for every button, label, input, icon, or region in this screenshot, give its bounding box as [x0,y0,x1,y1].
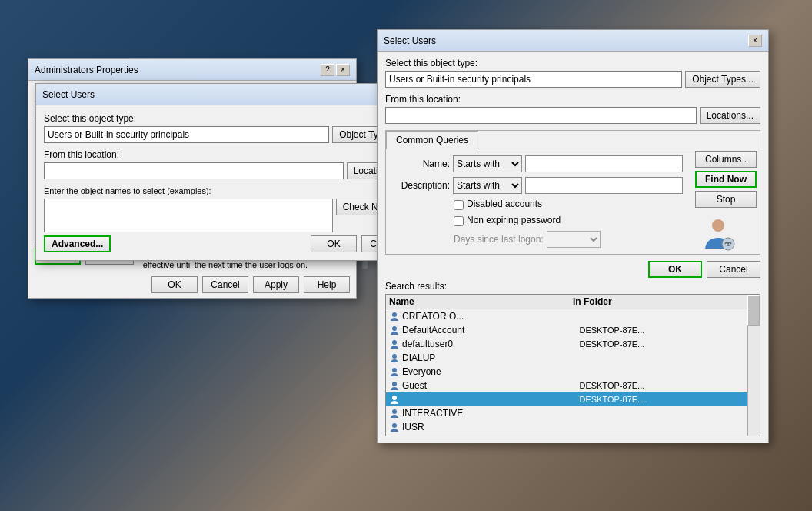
days-since-label: Days since last logon: [454,234,544,245]
select-users-large-titlebar-buttons: × [748,35,762,47]
select-users-small-title: Select Users [42,89,95,100]
description-query-label: Description: [392,180,450,191]
person-icon [699,216,737,255]
search-results-label: Search results: [385,281,760,292]
table-row[interactable]: CREATOR O... [386,309,760,323]
large-object-type-input[interactable] [385,71,682,88]
small-from-location-input[interactable] [44,162,344,179]
result-name: CREATOR O... [402,311,580,322]
user-icon [389,436,400,436]
table-row[interactable]: GuestDESKTOP-87E... [386,379,760,392]
small-bottom-row: Advanced... OK Cancel [44,235,408,252]
disabled-accounts-label: Disabled accounts [467,199,542,209]
user-icon [389,325,400,336]
svg-point-0 [712,219,724,232]
small-from-location-label: From this location: [44,149,408,160]
select-users-large-close-btn[interactable]: × [748,35,762,47]
small-object-type-row: Object Types... [44,126,408,143]
disabled-accounts-checkbox[interactable] [454,200,464,210]
svg-point-7 [392,382,397,386]
common-queries-tab[interactable]: Common Queries [386,131,478,149]
large-ok-cancel-row: OK Cancel [385,261,760,278]
user-icon [389,366,400,377]
table-row[interactable]: DefaultAccountDESKTOP-87E... [386,323,760,337]
svg-point-4 [392,340,397,345]
non-expiring-label: Non expiring password [467,215,561,225]
admins-apply-btn[interactable]: Apply [253,276,299,293]
table-row[interactable]: Everyone [386,365,760,379]
table-row[interactable]: Local account [386,434,760,436]
result-name: Guest [402,380,580,391]
large-ok-btn[interactable]: OK [648,261,702,278]
description-query-row: Description: Starts with Is exactly Ends… [392,177,683,194]
result-name: defaultuser0 [402,339,580,349]
large-from-location-row: Locations... [385,107,760,124]
days-since-dropdown[interactable] [547,231,601,248]
result-name: DIALUP [402,352,580,363]
name-condition-wrapper: Starts with Is exactly Ends with [453,155,522,172]
large-locations-btn[interactable]: Locations... [700,107,760,124]
select-users-large-content: Select this object type: Object Types...… [378,52,768,443]
results-list: CREATOR O...DefaultAccountDESKTOP-87E...… [386,309,760,436]
table-row[interactable]: DESKTOP-87E.... [386,392,760,406]
admins-help-btn2[interactable]: Help [304,276,350,293]
small-names-input-row: Check Names [44,199,408,232]
result-folder: DESKTOP-87E... [580,381,757,390]
small-ok-btn[interactable]: OK [311,235,357,252]
large-cancel-btn[interactable]: Cancel [707,261,760,278]
admins-titlebar-buttons: ? × [321,64,350,76]
admins-help-btn[interactable]: ? [321,64,334,76]
result-folder: DESKTOP-87E... [580,339,757,349]
small-object-type-input[interactable] [44,126,329,143]
large-object-type-label: Select this object type: [385,58,760,68]
table-row[interactable]: IUSR [386,420,760,434]
user-icon [389,422,400,433]
select-users-large-title: Select Users [384,35,436,46]
user-icon [389,408,400,419]
user-icon [389,352,400,363]
svg-point-10 [392,423,397,428]
results-container[interactable]: Name In Folder CREATOR O...DefaultAccoun… [385,294,760,436]
stop-btn[interactable]: Stop [695,191,757,208]
table-row[interactable]: INTERACTIVE [386,406,760,420]
small-object-type-label: Select this object type: [44,113,408,124]
find-now-btn[interactable]: Find Now [695,171,757,188]
svg-point-8 [392,396,397,400]
disabled-accounts-row: Disabled accounts [392,199,683,212]
small-from-location-row: Locations... [44,162,408,179]
table-row[interactable]: DIALUP [386,351,760,365]
columns-btn[interactable]: Columns . [695,151,757,168]
large-object-types-btn[interactable]: Object Types... [685,71,760,88]
non-expiring-checkbox[interactable] [454,216,464,226]
results-header-name: Name [389,296,573,307]
admins-cancel-btn[interactable]: Cancel [202,276,248,293]
table-row[interactable]: defaultuser0DESKTOP-87E... [386,337,760,351]
select-users-small-content: Select this object type: Object Types...… [36,105,415,260]
admins-close-btn[interactable]: × [336,64,350,76]
description-query-input[interactable] [525,177,683,194]
scrollbar-thumb[interactable] [747,295,760,326]
svg-point-3 [392,326,397,331]
user-icon [389,311,400,322]
large-from-location-input[interactable] [385,107,697,124]
select-users-small-titlebar: Select Users × [36,84,415,105]
small-names-textarea[interactable] [44,199,333,232]
select-users-large-titlebar: Select Users × [378,30,768,52]
name-query-input[interactable] [525,155,683,172]
days-since-row: Days since last logon: [392,231,683,248]
svg-point-6 [392,368,397,372]
person-graphic [695,214,741,256]
scrollbar[interactable] [747,295,760,436]
admins-ok-btn[interactable]: OK [151,276,198,293]
user-icon [389,380,400,391]
name-condition-dropdown[interactable]: Starts with Is exactly Ends with [453,155,522,172]
svg-point-2 [392,312,397,317]
right-action-buttons: Columns . Find Now Stop [695,151,757,256]
svg-point-5 [392,354,397,359]
user-icon [389,394,400,405]
admins-bottom-buttons: OK Cancel Apply Help [35,276,350,293]
small-enter-names-row: Enter the object names to select (exampl… [44,185,408,232]
small-advanced-btn[interactable]: Advanced... [44,235,111,252]
description-condition-dropdown[interactable]: Starts with Is exactly Ends with [453,177,522,194]
common-queries-container: Common Queries Name: Starts with Is exac… [385,130,760,255]
